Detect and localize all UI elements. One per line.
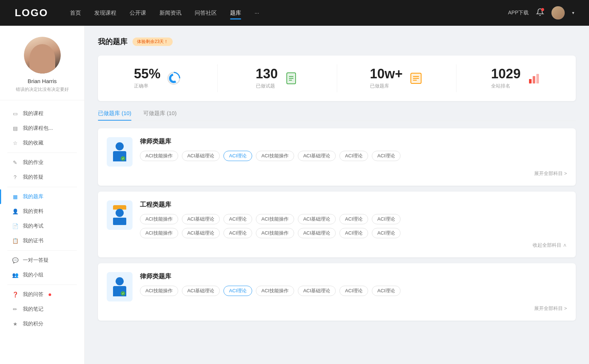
collapse-button[interactable]: 收起全部科目 ∧: [107, 242, 567, 249]
expand-button[interactable]: 展开全部科目 >: [107, 170, 567, 177]
qbank-name: 律师类题库: [140, 272, 567, 281]
stat-icon-doc: [284, 71, 299, 86]
tab-已做题库 (10)[interactable]: 已做题库 (10): [98, 110, 131, 121]
qbank-tag[interactable]: ACI基础理论: [298, 228, 336, 238]
notification-bell[interactable]: [536, 8, 544, 18]
qbank-tag[interactable]: ACI理论: [372, 286, 401, 296]
app-download-link[interactable]: APP下载: [508, 10, 529, 16]
qbank-icon-wrap: [107, 200, 133, 230]
sidebar-divider: [7, 250, 77, 251]
sidebar-item-group[interactable]: 👥我的小组: [0, 268, 84, 282]
stat-label: 已做题库: [370, 83, 403, 89]
lawyer-icon: ✓: [113, 142, 126, 161]
qbank-tag[interactable]: ACI技能操作: [140, 228, 178, 238]
sidebar-item-cert[interactable]: 📋我的证书: [0, 233, 84, 248]
qbank-tag[interactable]: ACI技能操作: [140, 214, 178, 224]
qbank-tag[interactable]: ACI技能操作: [256, 286, 294, 296]
qbank-card-2: ✓ 律师类题库 ACI技能操作ACI基础理论ACI理论ACI技能操作ACI基础理…: [98, 263, 576, 321]
qbank-tag[interactable]: ACI理论: [339, 286, 368, 296]
page-title: 我的题库: [98, 37, 127, 47]
qbank-card-0: ✓ 律师类题库 ACI技能操作ACI基础理论ACI理论ACI技能操作ACI基础理…: [98, 128, 576, 186]
sidebar-divider: [7, 153, 77, 153]
sidebar-item-star[interactable]: ☆我的收藏: [0, 136, 84, 150]
qbank-tag[interactable]: ACI技能操作: [140, 286, 178, 296]
sidebar-item-label: 我的问答: [23, 291, 43, 298]
sidebar-item-note[interactable]: ✏我的笔记: [0, 302, 84, 317]
qbank-tag[interactable]: ACI基础理论: [182, 228, 220, 238]
qbank-tag[interactable]: ACI技能操作: [256, 151, 294, 161]
qbank-tag[interactable]: ACI理论: [223, 286, 252, 296]
stat-item-bar: 1029 全站排名: [456, 64, 576, 92]
qbank-tag[interactable]: ACI理论: [223, 151, 252, 161]
user-menu-chevron[interactable]: ▾: [572, 10, 574, 15]
sidebar-item-qbank[interactable]: ▦我的题库: [0, 189, 84, 204]
qbank-tag[interactable]: ACI理论: [223, 228, 252, 238]
sidebar-item-material[interactable]: 👤我的资料: [0, 204, 84, 219]
qbank-info: 律师类题库 ACI技能操作ACI基础理论ACI理论ACI技能操作ACI基础理论A…: [140, 272, 567, 296]
stat-text: 1029 全站排名: [491, 67, 521, 89]
note-icon: ✏: [12, 306, 18, 313]
qbank-header: 工程类题库 ACI技能操作ACI基础理论ACI理论ACI技能操作ACI基础理论A…: [107, 200, 567, 238]
stat-text: 130 已做试题: [256, 67, 278, 89]
qbank-tag[interactable]: ACI理论: [223, 214, 252, 224]
sidebar-item-homework[interactable]: ✎我的作业: [0, 155, 84, 170]
sidebar-item-package[interactable]: ▤我的课程包...: [0, 121, 84, 136]
nav-link-发现课程[interactable]: 发现课程: [94, 8, 116, 18]
package-icon: ▤: [12, 125, 18, 132]
nav-link-首页[interactable]: 首页: [70, 8, 81, 18]
stat-icon-bar: [526, 71, 541, 86]
material-icon: 👤: [12, 208, 18, 215]
qbank-tag[interactable]: ACI理论: [372, 214, 401, 224]
nav-link-公开课[interactable]: 公开课: [130, 8, 146, 18]
qbank-tag[interactable]: ACI理论: [372, 228, 401, 238]
qbank-tag[interactable]: ACI理论: [339, 214, 368, 224]
sidebar-item-qa[interactable]: ?我的答疑: [0, 170, 84, 185]
nav-link-问答社区[interactable]: 问答社区: [195, 8, 217, 18]
sidebar-item-course[interactable]: ▭我的课程: [0, 106, 84, 121]
qbank-tag[interactable]: ACI基础理论: [182, 151, 220, 161]
nav-link-···[interactable]: ···: [254, 8, 259, 18]
sidebar-item-exam[interactable]: 📄我的考试: [0, 219, 84, 233]
qbank-header: ✓ 律师类题库 ACI技能操作ACI基础理论ACI理论ACI技能操作ACI基础理…: [107, 272, 567, 301]
nav-link-题库[interactable]: 题库: [230, 8, 241, 18]
stat-text: 10w+ 已做题库: [370, 67, 403, 89]
qbank-tag[interactable]: ACI理论: [372, 151, 401, 161]
user-avatar[interactable]: [551, 6, 565, 19]
nav-link-新闻资讯[interactable]: 新闻资讯: [159, 8, 181, 18]
svg-rect-13: [533, 76, 535, 83]
tab-可做题库 (10)[interactable]: 可做题库 (10): [143, 110, 177, 121]
qbank-tag[interactable]: ACI基础理论: [298, 214, 336, 224]
qbank-tag[interactable]: ACI技能操作: [256, 228, 294, 238]
qbank-tag[interactable]: ACI技能操作: [140, 151, 178, 161]
notification-dot-sidebar: [49, 293, 51, 296]
main-layout: Brian Harris 错误的决定比没有决定要好 ▭我的课程▤我的课程包...…: [0, 26, 589, 364]
svg-rect-14: [536, 74, 539, 83]
qbank-tag[interactable]: ACI基础理论: [182, 286, 220, 296]
expand-button[interactable]: 展开全部科目 >: [107, 305, 567, 312]
trial-badge: 体验剩余23天！: [133, 38, 173, 46]
stat-label: 全站排名: [491, 83, 521, 89]
qbank-tag[interactable]: ACI基础理论: [298, 151, 336, 161]
qbank-tag[interactable]: ACI基础理论: [298, 286, 336, 296]
qbank-card-1: 工程类题库 ACI技能操作ACI基础理论ACI理论ACI技能操作ACI基础理论A…: [98, 192, 576, 257]
sidebar-item-myqa[interactable]: ❓我的问答: [0, 287, 84, 302]
sidebar-item-label: 我的课程包...: [23, 125, 53, 132]
sidebar-item-label: 我的积分: [23, 321, 43, 327]
qbank-tag[interactable]: ACI基础理论: [182, 214, 220, 224]
qbank-tags: ACI技能操作ACI基础理论ACI理论ACI技能操作ACI基础理论ACI理论AC…: [140, 151, 567, 161]
qbank-tag[interactable]: ACI理论: [339, 228, 368, 238]
qbank-header: ✓ 律师类题库 ACI技能操作ACI基础理论ACI理论ACI技能操作ACI基础理…: [107, 137, 567, 167]
sidebar-item-points[interactable]: ★我的积分: [0, 317, 84, 331]
qbank-tag[interactable]: ACI理论: [339, 151, 368, 161]
stat-icon-pie: [166, 71, 181, 86]
navbar: LOGO 首页发现课程公开课新闻资讯问答社区题库··· APP下载 ▾: [0, 0, 589, 26]
stat-item-doc: 130 已做试题: [218, 64, 337, 92]
sidebar-item-label: 我的资料: [23, 208, 43, 215]
qbank-name: 律师类题库: [140, 137, 567, 146]
qbank-tag[interactable]: ACI技能操作: [256, 214, 294, 224]
sidebar-item-one-one[interactable]: 💬一对一答疑: [0, 253, 84, 268]
sidebar-item-label: 我的收藏: [23, 140, 43, 146]
qbank-icon-wrap: ✓: [107, 272, 133, 301]
points-icon: ★: [12, 321, 18, 327]
qbank-tags: ACI技能操作ACI基础理论ACI理论ACI技能操作ACI基础理论ACI理论AC…: [140, 214, 567, 224]
